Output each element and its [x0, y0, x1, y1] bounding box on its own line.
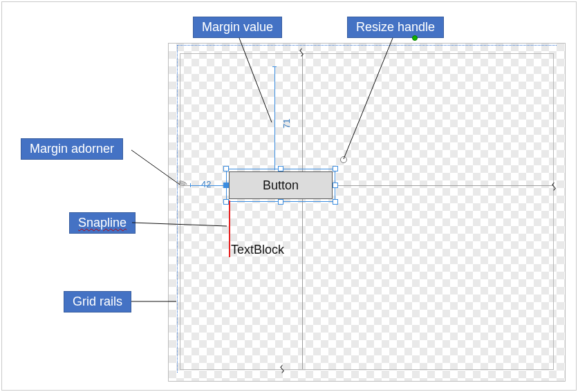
resize-handle-nw[interactable] [223, 166, 229, 171]
resize-handle-sw[interactable] [223, 199, 229, 205]
margin-adorner-icon[interactable]: ✎ [176, 176, 190, 191]
row-size-grip-right[interactable]: ᛊ [551, 181, 557, 192]
snapline-vertical [229, 200, 230, 257]
column-size-grip-top[interactable]: ᛊ [299, 47, 304, 58]
resize-handle-n[interactable] [278, 166, 283, 171]
grid-rail-left[interactable] [177, 45, 178, 373]
callout-grid-rails: Grid rails [64, 291, 131, 312]
callout-snapline: Snapline [69, 212, 136, 234]
callout-resize-handle: Resize handle [347, 17, 444, 38]
move-handle-w[interactable] [224, 183, 228, 187]
textblock-control[interactable]: TextBlock [231, 243, 284, 257]
layout-root-frame: ᛊ ᛊ ᛊ ✎ 42 71 Button [180, 53, 554, 370]
margin-cap-left [190, 183, 191, 187]
margin-line-left [190, 185, 228, 186]
column-size-grip-bottom[interactable]: ᛊ [279, 364, 285, 375]
margin-value-left: 42 [201, 179, 211, 189]
button-label: Button [263, 178, 299, 193]
resize-handle-ne[interactable] [333, 166, 338, 171]
margin-line-top [274, 66, 275, 170]
margin-value-top: 71 [281, 119, 292, 129]
margin-cap-top [272, 66, 277, 67]
resize-handle-e[interactable] [333, 183, 338, 188]
resize-handle-indicator[interactable] [340, 156, 347, 163]
grid-rail-top[interactable] [177, 45, 557, 46]
green-indicator-dot [412, 35, 418, 41]
designer-surface[interactable]: ᛊ ᛊ ᛊ ✎ 42 71 Button [168, 43, 566, 382]
button-control[interactable]: Button [229, 171, 333, 199]
callout-margin-value: Margin value [193, 17, 282, 38]
callout-margin-adorner: Margin adorner [21, 138, 123, 160]
grid-column-divider[interactable] [302, 54, 303, 369]
resize-handle-se[interactable] [333, 199, 338, 205]
resize-handle-s[interactable] [278, 199, 283, 205]
